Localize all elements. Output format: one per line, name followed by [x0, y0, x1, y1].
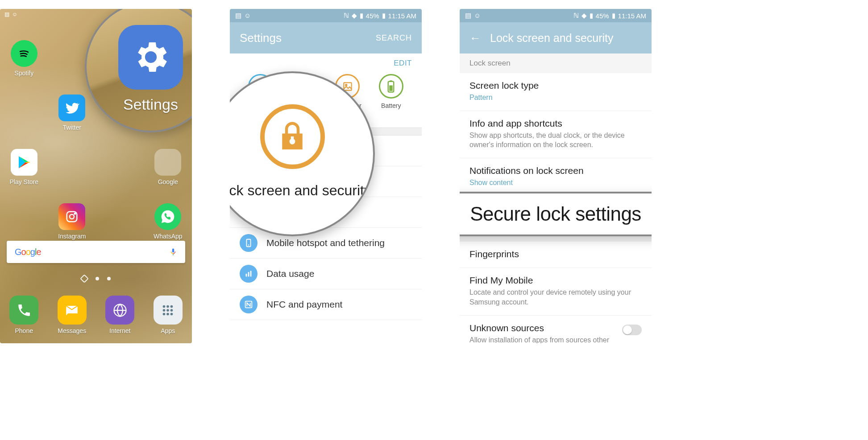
lock-icon-large[interactable] — [260, 104, 325, 169]
spotify-icon — [11, 40, 37, 67]
app-label: Google — [158, 178, 178, 185]
svg-point-16 — [345, 84, 347, 86]
svg-point-13 — [170, 313, 173, 315]
hotspot-icon — [240, 234, 257, 252]
dot-icon — [107, 277, 111, 280]
svg-point-12 — [166, 313, 169, 315]
dock-messages[interactable]: Messages — [54, 296, 90, 334]
item-subtitle: Allow installation of apps from sources … — [469, 335, 618, 343]
page-indicator — [0, 277, 192, 283]
clock: 11:15 AM — [388, 12, 416, 20]
toggle-switch[interactable] — [622, 325, 642, 335]
battery-icon — [379, 74, 403, 99]
page-header: ← Lock screen and security — [460, 22, 652, 53]
settings-row-nfc[interactable]: NFC and payment — [230, 289, 422, 320]
item-screen-lock-type[interactable]: Screen lock type Pattern — [460, 73, 652, 111]
svg-point-21 — [248, 244, 249, 245]
messages-icon — [58, 296, 87, 325]
app-google-folder[interactable]: Google — [150, 149, 186, 185]
item-subtitle: Show content — [469, 178, 642, 188]
magnifier-secure-lock-settings: Secure lock settings — [460, 192, 652, 236]
svg-point-8 — [163, 309, 166, 312]
svg-rect-18 — [390, 80, 392, 82]
user-icon: ☺ — [474, 12, 481, 20]
item-unknown-sources[interactable]: Unknown sources Allow installation of ap… — [460, 316, 652, 343]
item-title: Find My Mobile — [469, 275, 642, 286]
play-store-icon — [11, 149, 37, 176]
panel-lock-screen-security: ▤ ☺ ℕ ◆ ▮ 45% ▮ 11:15 AM ← Lock screen a… — [460, 9, 652, 343]
image-icon: ▤ — [465, 12, 471, 20]
item-title: Unknown sources — [469, 323, 618, 333]
dock-apps[interactable]: Apps — [150, 296, 186, 334]
app-label: Apps — [161, 327, 175, 334]
edit-button[interactable]: EDIT — [394, 59, 412, 68]
svg-rect-24 — [250, 271, 252, 277]
battery-percent: 45% — [366, 12, 379, 20]
svg-rect-22 — [246, 274, 247, 276]
signal-icon: ▮ — [360, 12, 363, 20]
svg-point-10 — [170, 309, 173, 312]
svg-point-11 — [163, 313, 166, 315]
settings-row-data-usage[interactable]: Data usage — [230, 259, 422, 289]
row-label: Data usage — [266, 268, 314, 279]
google-search-bar[interactable]: Google — [7, 241, 185, 263]
row-label: NFC and payment — [266, 299, 342, 310]
section-header-lock-screen: Lock screen — [460, 53, 652, 73]
dock-internet[interactable]: Internet — [102, 296, 138, 334]
item-subtitle: Show app shortcuts, the dual clock, or t… — [469, 131, 642, 150]
magnifier-label: Settings — [123, 96, 178, 113]
whatsapp-icon — [154, 203, 181, 230]
app-twitter[interactable]: Twitter — [54, 95, 90, 131]
item-fingerprints[interactable]: Fingerprints — [460, 242, 652, 268]
app-whatsapp[interactable]: WhatsApp — [150, 203, 186, 240]
pill-label: Secure lock settings — [470, 203, 641, 225]
page-title: Lock screen and security — [490, 32, 614, 45]
nfc-icon: ℕ — [573, 12, 579, 20]
signal-icon: ▮ — [590, 12, 593, 20]
svg-point-7 — [170, 305, 173, 308]
globe-icon — [105, 296, 134, 325]
battery-icon: ▮ — [612, 12, 615, 20]
search-button[interactable]: SEARCH — [376, 33, 412, 43]
dock: Phone Messages Internet Apps — [0, 296, 192, 334]
settings-row-hotspot[interactable]: Mobile hotspot and tethering — [230, 228, 422, 259]
svg-rect-23 — [248, 272, 249, 276]
item-title: Fingerprints — [469, 249, 642, 259]
app-label: Phone — [15, 327, 33, 334]
item-find-my-mobile[interactable]: Find My Mobile Locate and control your d… — [460, 268, 652, 315]
microphone-icon[interactable] — [169, 247, 177, 257]
app-label: Internet — [109, 327, 130, 334]
back-arrow-icon[interactable]: ← — [469, 31, 481, 45]
user-icon: ☺ — [12, 11, 17, 17]
quick-battery[interactable]: Battery — [375, 74, 407, 116]
svg-point-3 — [75, 213, 76, 214]
instagram-icon — [58, 203, 85, 230]
dock-phone[interactable]: Phone — [6, 296, 42, 334]
item-title: Notifications on lock screen — [469, 165, 642, 176]
item-subtitle: Locate and control your device remotely … — [469, 288, 642, 307]
app-play-store[interactable]: Play Store — [6, 149, 42, 185]
app-label: WhatsApp — [154, 233, 183, 240]
panel-settings: ▤ ☺ ℕ ◆ ▮ 45% ▮ 11:15 AM Settings SEARCH… — [230, 9, 422, 343]
app-spotify[interactable]: Spotify — [6, 40, 42, 77]
app-instagram[interactable]: Instagram — [54, 203, 90, 240]
item-notifications-lock-screen[interactable]: Notifications on lock screen Show conten… — [460, 158, 652, 196]
apps-grid-icon — [154, 296, 183, 325]
app-label: Messages — [58, 327, 86, 334]
magnifier-label: Lock screen and security — [230, 181, 371, 199]
nfc-icon: ℕ — [344, 12, 349, 20]
item-title: Screen lock type — [469, 80, 642, 91]
svg-rect-20 — [246, 239, 250, 247]
row-label: Mobile hotspot and tethering — [266, 238, 385, 248]
app-label: Play Store — [9, 178, 38, 185]
twitter-icon — [58, 95, 85, 121]
status-bar: ▤ ☺ ℕ ◆ ▮ 45% ▮ 11:15 AM — [460, 9, 652, 22]
user-icon: ☺ — [244, 12, 251, 20]
wifi-icon: ◆ — [352, 12, 357, 20]
image-icon: ▤ — [235, 12, 241, 20]
folder-icon — [154, 149, 181, 176]
settings-app-icon[interactable] — [118, 25, 183, 90]
app-label: Instagram — [58, 233, 86, 240]
app-label: Spotify — [14, 70, 33, 77]
item-info-shortcuts[interactable]: Info and app shortcuts Show app shortcut… — [460, 111, 652, 158]
